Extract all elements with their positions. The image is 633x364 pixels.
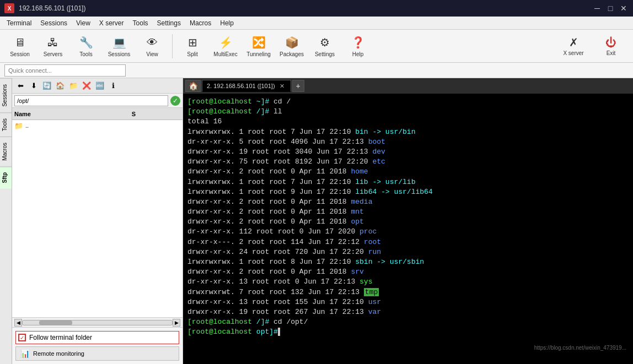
watermark-text: https://blog.csdn.net/weixin_473919... xyxy=(534,345,626,351)
toolbar-servers-button[interactable]: 🖧 Servers xyxy=(37,32,68,61)
toolbar-view-button[interactable]: 👁 View xyxy=(137,32,168,61)
toolbar-multiexec-button[interactable]: ⚡ MultiExec xyxy=(210,32,241,61)
minimize-button[interactable]: ─ xyxy=(592,3,602,13)
toolbar-split-button[interactable]: ⊞ Split xyxy=(177,32,208,61)
terminal-tab-label: 2. 192.168.56.101 ([101]) xyxy=(207,83,275,89)
menu-sessions[interactable]: Sessions xyxy=(36,18,72,28)
prompt-path-1: ~]# xyxy=(252,97,269,106)
prompt-user-1: [root@localhost xyxy=(187,97,252,106)
terminal-tab-1[interactable]: 2. 192.168.56.101 ([101]) ✕ xyxy=(202,80,291,92)
toolbar-tunneling-label: Tunneling xyxy=(246,51,271,57)
window-title: 192.168.56.101 ([101]) xyxy=(19,4,85,12)
terminal-line-srv: drwxr-xr-x. 2 root root 0 Apr 11 2018 sr… xyxy=(187,267,629,277)
terminal-line-lib: lrwxrwxrwx. 1 root root 7 Jun 17 22:10 l… xyxy=(187,177,629,187)
window-controls: ─ □ ✕ xyxy=(592,3,629,13)
prompt-user-2: [root@localhost xyxy=(187,107,252,116)
vtab-tools[interactable]: Tools xyxy=(0,112,12,137)
sidebar-back-button[interactable]: ⬅ xyxy=(14,80,26,92)
watermark: https://blog.csdn.net/weixin_473919... xyxy=(534,344,626,352)
terminal-line-sbin: lrwxrwxrwx. 1 root root 8 Jun 17 22:10 s… xyxy=(187,257,629,267)
menu-terminal[interactable]: Terminal xyxy=(2,18,36,28)
tab-add-button[interactable]: + xyxy=(292,80,304,92)
menu-help[interactable]: Help xyxy=(216,18,238,28)
vtab-sftp[interactable]: Sftp xyxy=(0,166,12,188)
xserver-icon: ✗ xyxy=(569,36,578,49)
quick-connect-input[interactable] xyxy=(4,64,126,77)
vertical-tabs: Sessions Tools Macros Sftp xyxy=(0,78,12,364)
toolbar-xserver-button[interactable]: ✗ X server xyxy=(556,32,591,61)
menu-tools[interactable]: Tools xyxy=(128,18,153,28)
toolbar-sessions-label: Sessions xyxy=(108,51,131,57)
toolbar-tunneling-button[interactable]: 🔀 Tunneling xyxy=(243,32,274,61)
vtab-sessions[interactable]: Sessions xyxy=(0,78,12,112)
sidebar-toolbar: ⬅ ⬇ 🔄 🏠 📁 ❌ 🔤 ℹ xyxy=(12,78,183,94)
sidebar-scrollbar[interactable]: ◀ ▶ xyxy=(12,317,183,327)
menu-settings[interactable]: Settings xyxy=(153,18,185,28)
sessions-icon: 💻 xyxy=(111,35,127,50)
column-name-header: Name xyxy=(14,111,103,117)
toolbar-servers-label: Servers xyxy=(44,51,62,57)
terminal-line-mnt: drwxr-xr-x. 2 root root 0 Apr 11 2018 mn… xyxy=(187,207,629,217)
tab-close-button[interactable]: ✕ xyxy=(278,82,286,90)
tunneling-icon: 🔀 xyxy=(251,35,266,50)
session-icon: 🖥 xyxy=(12,35,28,50)
toolbar-help-button[interactable]: ❓ Help xyxy=(342,32,373,61)
close-button[interactable]: ✕ xyxy=(619,3,629,13)
sidebar-bottom: ✓ Follow terminal folder 📊 Remote monito… xyxy=(12,327,183,364)
sidebar-home-button[interactable]: 🏠 xyxy=(54,80,66,92)
toolbar-packages-label: Packages xyxy=(280,51,304,57)
file-item-parent[interactable]: 📁 .. xyxy=(12,120,183,131)
toolbar-tools-button[interactable]: 🔧 Tools xyxy=(71,32,101,61)
toolbar: 🖥 Session 🖧 Servers 🔧 Tools 💻 Sessions 👁… xyxy=(0,30,633,63)
menu-xserver[interactable]: X server xyxy=(95,18,128,28)
toolbar-sessions-button[interactable]: 💻 Sessions xyxy=(104,32,135,61)
terminal-line-opt: drwxr-xr-x. 2 root root 0 Apr 11 2018 op… xyxy=(187,217,629,227)
remote-monitoring-icon: 📊 xyxy=(20,349,30,358)
toolbar-session-button[interactable]: 🖥 Session xyxy=(4,32,35,61)
remote-monitoring-button[interactable]: 📊 Remote monitoring xyxy=(15,346,179,361)
vtab-macros[interactable]: Macros xyxy=(0,137,12,166)
sidebar-edit-button[interactable]: 🔤 xyxy=(94,80,106,92)
path-input[interactable] xyxy=(14,95,168,106)
home-tab[interactable]: 🏠 xyxy=(185,80,201,92)
follow-terminal-folder[interactable]: ✓ Follow terminal folder xyxy=(15,331,179,344)
horizontal-scrollbar[interactable] xyxy=(22,320,173,325)
terminal-line-total: total 16 xyxy=(187,117,629,127)
terminal-line-var: drwxr-xr-x. 19 root root 267 Jun 17 22:1… xyxy=(187,307,629,317)
scroll-right-button[interactable]: ▶ xyxy=(173,319,180,327)
toolbar-exit-button[interactable]: ⏻ Exit xyxy=(593,32,629,61)
terminal-output[interactable]: [root@localhost ~]# cd / [root@localhost… xyxy=(183,94,633,364)
sidebar-refresh-button[interactable]: 🔄 xyxy=(41,80,53,92)
cmd-2: ll xyxy=(269,107,282,116)
follow-terminal-label: Follow terminal folder xyxy=(29,334,92,341)
column-size-header: S xyxy=(103,111,136,117)
sidebar-newfolder-button[interactable]: 📁 xyxy=(67,80,79,92)
toolbar-settings-button[interactable]: ⚙ Settings xyxy=(309,32,340,61)
terminal-line-etc: drwxr-xr-x. 75 root root 8192 Jun 17 22:… xyxy=(187,157,629,167)
toolbar-packages-button[interactable]: 📦 Packages xyxy=(276,32,307,61)
prompt-path-2: /]# xyxy=(252,107,269,116)
maximize-button[interactable]: □ xyxy=(605,3,615,13)
sidebar-delete-button[interactable]: ❌ xyxy=(81,80,93,92)
terminal-line-root: dr-xr-x---. 2 root root 114 Jun 17 22:12… xyxy=(187,237,629,247)
sidebar-down-button[interactable]: ⬇ xyxy=(28,80,40,92)
toolbar-tools-label: Tools xyxy=(79,51,92,57)
remote-monitoring-label: Remote monitoring xyxy=(33,350,84,357)
path-ok-button[interactable]: ✓ xyxy=(170,96,180,106)
menu-macros[interactable]: Macros xyxy=(185,18,216,28)
toolbar-view-label: View xyxy=(146,51,158,57)
toolbar-help-label: Help xyxy=(352,51,364,57)
cmd-1: cd / xyxy=(269,97,291,106)
app-icon: X xyxy=(4,3,14,13)
menu-view[interactable]: View xyxy=(72,18,95,28)
prompt-path-3: /]# xyxy=(252,318,269,326)
scrollbar-thumb[interactable] xyxy=(39,320,72,325)
scroll-left-button[interactable]: ◀ xyxy=(14,319,22,327)
sidebar-info-button[interactable]: ℹ xyxy=(107,80,119,92)
help-icon: ❓ xyxy=(350,35,366,50)
follow-terminal-checkbox[interactable]: ✓ xyxy=(18,334,26,341)
terminal-line-media: drwxr-xr-x. 2 root root 0 Apr 11 2018 me… xyxy=(187,197,629,207)
packages-icon: 📦 xyxy=(284,35,299,50)
tab-bar: 🏠 2. 192.168.56.101 ([101]) ✕ + xyxy=(183,78,633,94)
toolbar-session-label: Session xyxy=(10,51,30,57)
